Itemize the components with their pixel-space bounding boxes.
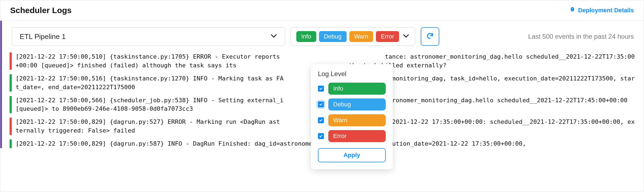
checkbox-warn[interactable]: [318, 117, 324, 123]
popover-pill-warn: Warn: [328, 114, 386, 126]
checkbox-info[interactable]: [318, 86, 324, 92]
log-level-bar: [10, 139, 12, 148]
popover-pill-error: Error: [328, 130, 386, 142]
log-level-bar: [10, 118, 12, 135]
deployment-details-link[interactable]: Deployment Details: [569, 7, 634, 14]
log-text: [2021-12-22 17:50:00,829] {dagrun.py:587…: [16, 139, 526, 148]
level-pill-info: Info: [296, 31, 316, 42]
pipeline-select[interactable]: ETL Pipeline 1: [12, 27, 285, 46]
popover-title: Log Level: [318, 70, 386, 78]
level-pill-warn: Warn: [349, 31, 373, 42]
page-header: Scheduler Logs Deployment Details: [0, 0, 644, 21]
log-level-filter[interactable]: Info Debug Warn Error: [291, 27, 415, 46]
popover-option-error[interactable]: Error: [318, 130, 386, 142]
log-level-bar: [10, 52, 12, 70]
toolbar: ETL Pipeline 1 Info Debug Warn Error Las…: [0, 21, 644, 52]
popover-option-debug[interactable]: Debug: [318, 98, 386, 110]
level-pill-debug: Debug: [319, 31, 347, 42]
log-level-popover: Log Level Info Debug Warn Error Apply: [311, 64, 393, 169]
pipeline-select-value: ETL Pipeline 1: [20, 32, 66, 41]
refresh-icon: [426, 32, 434, 41]
deployment-details-label: Deployment Details: [578, 7, 634, 14]
log-level-bar: [10, 74, 12, 92]
log-level-bar: [10, 96, 12, 113]
popover-pill-debug: Debug: [328, 98, 386, 110]
apply-button[interactable]: Apply: [318, 148, 386, 162]
rocket-icon: [569, 7, 575, 14]
checkbox-error[interactable]: [318, 133, 324, 139]
chevron-down-icon: [404, 34, 409, 39]
refresh-button[interactable]: [421, 27, 439, 46]
page-title: Scheduler Logs: [10, 6, 72, 15]
popover-pill-info: Info: [328, 83, 386, 95]
checkbox-debug[interactable]: [318, 101, 324, 107]
level-pill-error: Error: [376, 31, 399, 42]
popover-option-warn[interactable]: Warn: [318, 114, 386, 126]
popover-option-info[interactable]: Info: [318, 83, 386, 95]
events-hint: Last 500 events in the past 24 hours: [528, 33, 634, 40]
chevron-down-icon: [272, 34, 277, 39]
